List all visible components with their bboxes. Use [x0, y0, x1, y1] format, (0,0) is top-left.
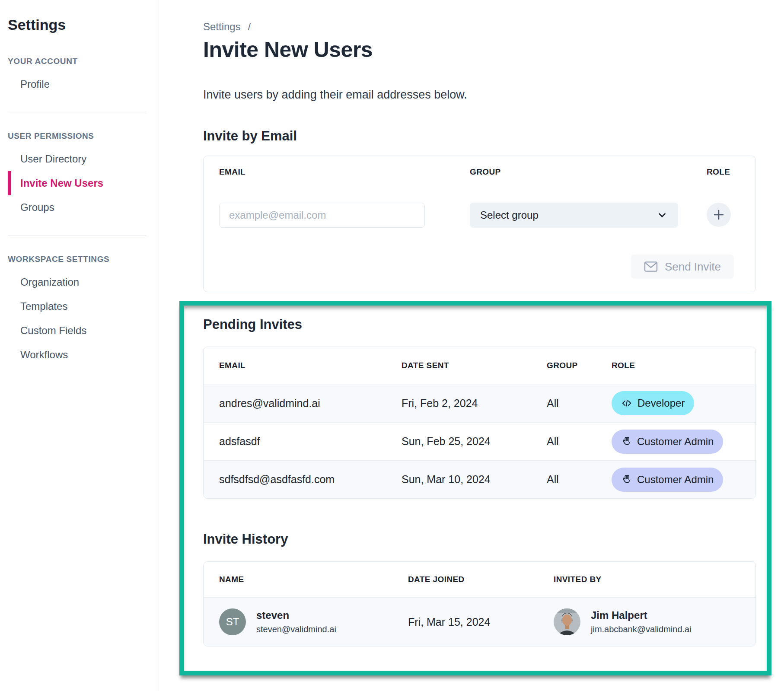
page-subtitle: Invite users by adding their email addre…: [203, 88, 784, 102]
invite-by-email-heading: Invite by Email: [203, 128, 784, 144]
highlight-annotation-box: Pending Invites EMAIL DATE SENT GROUP RO…: [179, 301, 771, 675]
history-inviter-name: Jim Halpert: [591, 609, 692, 621]
role-badge-label: Customer Admin: [637, 474, 714, 486]
table-row: ST steven steven@validmind.ai Fri, Mar 1…: [204, 598, 755, 646]
history-user-name: steven: [256, 609, 336, 621]
column-header-name: NAME: [219, 575, 408, 584]
send-invite-button[interactable]: Send Invite: [631, 255, 734, 279]
breadcrumb-separator: /: [248, 21, 251, 32]
role-badge-label: Developer: [637, 397, 685, 409]
sidebar-item-workflows[interactable]: Workflows: [8, 343, 159, 367]
pending-group: All: [547, 397, 612, 410]
page-title: Invite New Users: [203, 37, 784, 62]
add-role-button[interactable]: [707, 203, 731, 227]
column-header-group: GROUP: [547, 361, 612, 370]
email-input[interactable]: [219, 203, 425, 228]
avatar: [554, 608, 580, 635]
sidebar-item-user-directory[interactable]: User Directory: [8, 147, 159, 171]
group-select-value: Select group: [480, 209, 539, 221]
role-label: ROLE: [707, 167, 731, 177]
envelope-icon: [644, 261, 658, 272]
sidebar-item-templates[interactable]: Templates: [8, 294, 159, 318]
history-user: ST steven steven@validmind.ai: [219, 608, 408, 635]
history-inviter-email: jim.abcbank@validmind.ai: [591, 624, 692, 634]
pending-email: sdfsdfsd@asdfasfd.com: [219, 473, 402, 486]
group-label: GROUP: [470, 167, 678, 177]
main-content: Settings / Invite New Users Invite users…: [159, 0, 784, 691]
pending-date-sent: Sun, Feb 25, 2024: [402, 435, 547, 448]
role-badge-customer-admin: Customer Admin: [612, 468, 723, 492]
pending-date-sent: Sun, Mar 10, 2024: [402, 473, 547, 486]
sidebar-item-custom-fields[interactable]: Custom Fields: [8, 318, 159, 343]
history-inviter: Jim Halpert jim.abcbank@validmind.ai: [554, 608, 755, 635]
section-label-user-permissions: USER PERMISSIONS: [8, 131, 159, 141]
table-row: sdfsdfsd@asdfasfd.com Sun, Mar 10, 2024 …: [204, 460, 755, 498]
pending-invites-table: EMAIL DATE SENT GROUP ROLE andres@validm…: [203, 347, 756, 499]
send-invite-label: Send Invite: [665, 260, 721, 274]
column-header-role: ROLE: [612, 361, 755, 370]
invite-history-table: NAME DATE JOINED INVITED BY ST steven st…: [203, 561, 756, 646]
sidebar-item-profile[interactable]: Profile: [8, 72, 159, 96]
group-select[interactable]: Select group: [470, 203, 678, 228]
history-user-email: steven@validmind.ai: [256, 624, 336, 634]
settings-page: Settings YOUR ACCOUNT Profile USER PERMI…: [0, 0, 784, 691]
section-label-workspace-settings: WORKSPACE SETTINGS: [8, 255, 159, 264]
breadcrumb-settings-link[interactable]: Settings: [203, 21, 241, 32]
sidebar-divider: [8, 235, 147, 236]
sidebar-item-invite-new-users[interactable]: Invite New Users: [8, 171, 159, 195]
pending-email: andres@validmind.ai: [219, 397, 402, 410]
invite-form-card: EMAIL GROUP Select group: [203, 156, 756, 292]
column-header-date-sent: DATE SENT: [402, 361, 547, 370]
column-header-email: EMAIL: [219, 361, 402, 370]
invite-history-heading: Invite History: [203, 532, 759, 547]
code-icon: [621, 398, 632, 409]
pending-email: adsfasdf: [219, 435, 402, 448]
hand-icon: [621, 436, 632, 447]
pending-group: All: [547, 435, 612, 448]
chevron-down-icon: [657, 210, 668, 221]
table-row: adsfasdf Sun, Feb 25, 2024 All Customer …: [204, 422, 755, 460]
settings-sidebar: Settings YOUR ACCOUNT Profile USER PERMI…: [0, 0, 159, 691]
role-badge-label: Customer Admin: [637, 436, 714, 448]
section-label-your-account: YOUR ACCOUNT: [8, 57, 159, 66]
pending-date-sent: Fri, Feb 2, 2024: [402, 397, 547, 410]
plus-icon: [712, 208, 725, 221]
sidebar-item-organization[interactable]: Organization: [8, 270, 159, 294]
history-date-joined: Fri, Mar 15, 2024: [408, 616, 554, 628]
avatar: ST: [219, 608, 246, 635]
sidebar-title: Settings: [8, 16, 159, 33]
role-badge-developer: Developer: [612, 391, 694, 415]
pending-invites-heading: Pending Invites: [203, 317, 759, 332]
column-header-date-joined: DATE JOINED: [408, 575, 554, 584]
role-badge-customer-admin: Customer Admin: [612, 430, 723, 454]
pending-group: All: [547, 473, 612, 486]
email-label: EMAIL: [219, 167, 425, 177]
history-table-header: NAME DATE JOINED INVITED BY: [204, 562, 755, 598]
table-row: andres@validmind.ai Fri, Feb 2, 2024 All…: [204, 384, 755, 422]
sidebar-item-groups[interactable]: Groups: [8, 195, 159, 220]
column-header-invited-by: INVITED BY: [554, 575, 755, 584]
breadcrumb: Settings /: [203, 21, 784, 33]
sidebar-divider: [8, 112, 147, 112]
pending-table-header: EMAIL DATE SENT GROUP ROLE: [204, 347, 755, 384]
hand-icon: [621, 474, 632, 485]
